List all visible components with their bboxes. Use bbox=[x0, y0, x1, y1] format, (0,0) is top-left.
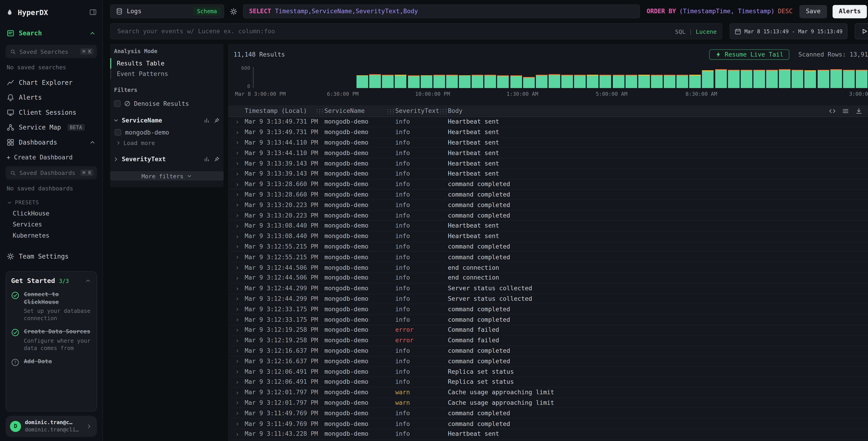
expand-row-icon[interactable]: › bbox=[228, 253, 245, 261]
run-query-button[interactable] bbox=[855, 23, 868, 39]
log-row[interactable]: ›Mar 9 3:12:01.797 PMmongodb-demowarnCac… bbox=[228, 398, 868, 408]
histogram-bar[interactable] bbox=[843, 67, 855, 88]
expand-row-icon[interactable]: › bbox=[228, 264, 245, 271]
histogram-bar[interactable] bbox=[344, 67, 355, 88]
more-filters-button[interactable]: More filters bbox=[110, 171, 224, 180]
histogram-bar[interactable] bbox=[689, 67, 701, 88]
filter-group-header[interactable]: SeverityText bbox=[110, 153, 224, 165]
histogram-bar[interactable] bbox=[651, 67, 663, 88]
log-row[interactable]: ›Mar 9 3:12:06.491 PMmongodb-demoinfoRep… bbox=[228, 367, 868, 377]
histogram-bar[interactable] bbox=[280, 67, 291, 88]
histogram-bar[interactable] bbox=[472, 67, 484, 88]
column-header-severitytext[interactable]: SeverityText bbox=[395, 107, 440, 115]
log-row[interactable]: ›Mar 9 3:12:33.175 PMmongodb-demoinfocom… bbox=[228, 304, 868, 315]
histogram-bar[interactable] bbox=[830, 67, 842, 88]
log-row[interactable]: ›Mar 9 3:13:39.143 PMmongodb-demoinfoHea… bbox=[228, 169, 868, 179]
histogram-bar[interactable] bbox=[536, 67, 547, 88]
expand-row-icon[interactable]: › bbox=[228, 274, 245, 282]
log-row[interactable]: ›Mar 9 3:12:44.506 PMmongodb-demoinfoend… bbox=[228, 273, 868, 284]
expand-row-icon[interactable]: › bbox=[228, 347, 245, 355]
histogram-bar[interactable] bbox=[382, 67, 394, 88]
view-code-icon[interactable] bbox=[829, 107, 836, 115]
log-row[interactable]: ›Mar 9 3:12:55.215 PMmongodb-demoinfocom… bbox=[228, 252, 868, 263]
histogram-bar[interactable] bbox=[305, 67, 317, 88]
sidebar-preset-item[interactable]: Kubernetes bbox=[5, 230, 97, 241]
sidebar-item-client-sessions[interactable]: Client Sessions bbox=[5, 105, 97, 120]
histogram-bar[interactable] bbox=[856, 67, 867, 88]
histogram-bar[interactable] bbox=[549, 67, 560, 88]
sidebar-item-team-settings[interactable]: Team Settings bbox=[5, 248, 97, 264]
chart-filter-icon[interactable] bbox=[204, 156, 210, 162]
histogram-bar[interactable] bbox=[318, 67, 330, 88]
date-range-picker[interactable]: Mar 8 15:13:49 - Mar 9 15:13:49 bbox=[730, 23, 847, 39]
expand-row-icon[interactable]: › bbox=[228, 409, 245, 417]
log-row[interactable]: ›Mar 9 3:12:44.299 PMmongodb-demoinfoSer… bbox=[228, 294, 868, 304]
order-by-clause[interactable]: ORDER BY (TimestampTime, Timestamp) DESC bbox=[646, 8, 794, 15]
filter-option-checkbox[interactable] bbox=[115, 129, 121, 136]
histogram-bar[interactable] bbox=[433, 67, 445, 88]
create-dashboard-button[interactable]: + Create Dashboard bbox=[5, 151, 97, 164]
histogram-bar[interactable] bbox=[254, 67, 266, 88]
mode-event-patterns[interactable]: Event Patterns bbox=[110, 69, 224, 79]
expand-row-icon[interactable]: › bbox=[228, 378, 245, 386]
histogram-bar[interactable] bbox=[267, 67, 279, 88]
expand-row-icon[interactable]: › bbox=[228, 430, 245, 438]
histogram-bar[interactable] bbox=[817, 67, 829, 88]
histogram-bar[interactable] bbox=[792, 67, 804, 88]
saved-dashboards-input[interactable]: Saved Dashboards ⌘ K bbox=[5, 166, 97, 179]
get-started-item[interactable]: Create Data SourcesConfigure where your … bbox=[11, 328, 91, 352]
alerts-button[interactable]: Alerts bbox=[833, 5, 867, 18]
expand-row-icon[interactable]: › bbox=[228, 139, 245, 146]
histogram-bar[interactable] bbox=[753, 67, 765, 88]
sidebar-item-chart-explorer[interactable]: Chart Explorer bbox=[5, 75, 97, 90]
expand-row-icon[interactable]: › bbox=[228, 336, 245, 344]
expand-row-icon[interactable]: › bbox=[228, 316, 245, 323]
histogram-bar[interactable] bbox=[561, 67, 573, 88]
log-row[interactable]: ›Mar 9 3:13:49.731 PMmongodb-demoinfoHea… bbox=[228, 127, 868, 138]
log-row[interactable]: ›Mar 9 3:13:20.223 PMmongodb-demoinfocom… bbox=[228, 200, 868, 211]
column-header-body[interactable]: Body bbox=[448, 107, 829, 115]
expand-row-icon[interactable]: › bbox=[228, 368, 245, 376]
expand-row-icon[interactable]: › bbox=[228, 128, 245, 136]
source-selector[interactable]: Logs Schema bbox=[110, 4, 224, 18]
log-row[interactable]: ›Mar 9 3:12:19.258 PMmongodb-demoerrorCo… bbox=[228, 335, 868, 346]
histogram-bar[interactable] bbox=[331, 67, 343, 88]
user-profile-button[interactable]: D dominic.tran@c… dominic.tran@cli… bbox=[5, 416, 97, 437]
histogram-bar[interactable] bbox=[369, 67, 381, 88]
get-started-item[interactable]: Connect to ClickHouseSet up your databas… bbox=[11, 291, 91, 322]
log-row[interactable]: ›Mar 9 3:12:44.506 PMmongodb-demoinfoend… bbox=[228, 263, 868, 273]
sidebar-preset-item[interactable]: Services bbox=[5, 219, 97, 230]
log-row[interactable]: ›Mar 9 3:11:49.769 PMmongodb-demoinfocom… bbox=[228, 419, 868, 429]
expand-row-icon[interactable]: › bbox=[228, 326, 245, 334]
expand-row-icon[interactable]: › bbox=[228, 420, 245, 428]
expand-row-icon[interactable]: › bbox=[228, 149, 245, 157]
save-button[interactable]: Save bbox=[799, 5, 827, 18]
schema-button[interactable]: Schema bbox=[193, 7, 221, 16]
log-row[interactable]: ›Mar 9 3:13:28.660 PMmongodb-demoinfocom… bbox=[228, 190, 868, 200]
log-row[interactable]: ›Mar 9 3:13:28.660 PMmongodb-demoinfocom… bbox=[228, 179, 868, 190]
log-row[interactable]: ›Mar 9 3:11:43.228 PMmongodb-demoinfoHea… bbox=[228, 429, 868, 440]
histogram-bar[interactable] bbox=[356, 67, 368, 88]
sidebar-preset-item[interactable]: ClickHouse bbox=[5, 208, 97, 219]
histogram-bar[interactable] bbox=[715, 67, 727, 88]
histogram-bar[interactable] bbox=[766, 67, 778, 88]
mode-results-table[interactable]: Results Table bbox=[110, 58, 224, 69]
table-options-icon[interactable] bbox=[842, 107, 849, 115]
search-input[interactable] bbox=[110, 23, 722, 39]
histogram-bar[interactable] bbox=[510, 67, 522, 88]
log-row[interactable]: ›Mar 9 3:12:44.299 PMmongodb-demoinfoSer… bbox=[228, 284, 868, 294]
get-started-item[interactable]: ?Add Data bbox=[11, 358, 91, 369]
source-settings-gear-icon[interactable] bbox=[230, 7, 238, 15]
expand-row-icon[interactable]: › bbox=[228, 295, 245, 302]
histogram-bar[interactable] bbox=[446, 67, 458, 88]
column-drag-handle[interactable] bbox=[440, 108, 448, 114]
expand-row-icon[interactable]: › bbox=[228, 305, 245, 313]
column-header-timestamp[interactable]: Timestamp (Local) bbox=[245, 107, 317, 115]
histogram-bar[interactable] bbox=[421, 67, 432, 88]
pin-icon[interactable] bbox=[214, 156, 220, 162]
log-row[interactable]: ›Mar 9 3:12:01.797 PMmongodb-demowarnCac… bbox=[228, 387, 868, 398]
get-started-header[interactable]: Get Started 3/3 bbox=[11, 277, 91, 285]
expand-row-icon[interactable]: › bbox=[228, 201, 245, 209]
histogram-bar[interactable] bbox=[805, 67, 816, 88]
expand-row-icon[interactable]: › bbox=[228, 284, 245, 292]
